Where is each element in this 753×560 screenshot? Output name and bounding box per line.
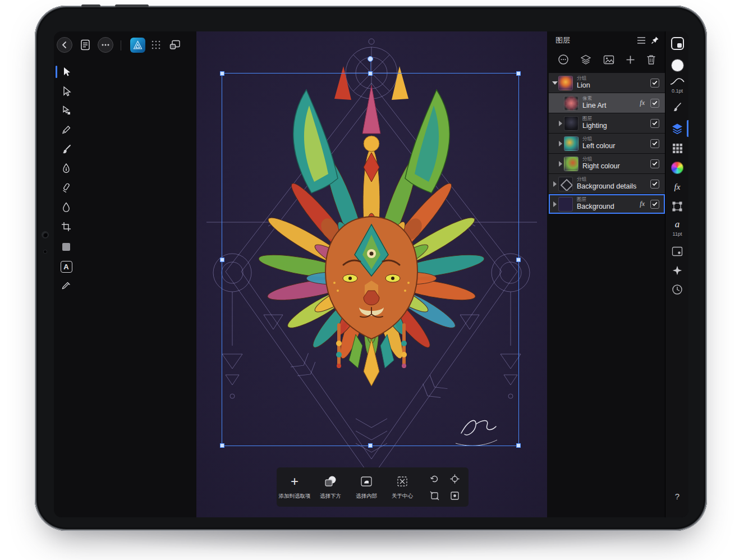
selection-handle[interactable]: [516, 71, 521, 76]
toolbar-divider: [121, 40, 121, 51]
insertion-target-button[interactable]: [445, 488, 464, 503]
help-button[interactable]: ?: [665, 490, 688, 502]
droplet-icon: [61, 201, 72, 213]
text-tool-icon: A: [61, 261, 72, 273]
about-center-label: 关于中心: [392, 493, 413, 500]
brush-tool[interactable]: [59, 143, 73, 156]
layer-row-left-colour[interactable]: 分组 Left colour: [549, 134, 665, 153]
paintbrush-icon: [61, 144, 72, 155]
pin-icon: [651, 36, 659, 44]
layer-row-background[interactable]: 图层 Background fx: [549, 194, 665, 214]
fx-badge: fx: [640, 200, 647, 208]
document-icon: [80, 39, 90, 51]
layer-thumbnail: [564, 96, 578, 111]
rotation-handle[interactable]: [368, 56, 373, 62]
about-center-button[interactable]: 关于中心: [384, 467, 420, 507]
history-studio-button[interactable]: [665, 283, 688, 296]
layer-row-line-art[interactable]: 像素 Line Art fx: [549, 93, 665, 113]
selection-box[interactable]: [222, 73, 519, 446]
layer-type-label: 分组: [582, 136, 615, 142]
fill-tool[interactable]: [59, 200, 73, 214]
navigator-studio-button[interactable]: [665, 245, 688, 258]
visibility-checkbox[interactable]: [650, 159, 659, 168]
stroke-studio-button[interactable]: [665, 76, 688, 86]
image-icon: [603, 55, 614, 65]
delete-layer-button[interactable]: [646, 54, 656, 67]
pencil-tool[interactable]: [59, 123, 73, 136]
persona-button[interactable]: [168, 38, 182, 52]
point-transform-tool[interactable]: [59, 104, 73, 117]
studio-corner-button[interactable]: [665, 36, 688, 51]
transform-studio-button[interactable]: [665, 200, 688, 213]
colour-swatch-button[interactable]: [665, 58, 688, 72]
shape-tool[interactable]: [59, 240, 73, 254]
brushes-studio-button[interactable]: [665, 101, 688, 114]
back-button[interactable]: [57, 37, 72, 53]
layer-row-lighting[interactable]: 图层 Lighting: [549, 113, 665, 133]
selection-handle[interactable]: [368, 71, 373, 76]
move-cursor-icon: [61, 66, 72, 77]
layer-type-label: 图层: [582, 116, 607, 122]
text-tool[interactable]: A: [59, 260, 73, 273]
crop-tool[interactable]: [59, 220, 73, 233]
transform-origin-button[interactable]: [445, 471, 464, 486]
selection-handle[interactable]: [516, 443, 521, 448]
select-inside-button[interactable]: 选择内部: [348, 467, 384, 507]
layer-thumbnail: [558, 177, 573, 191]
more-button[interactable]: [98, 37, 113, 53]
visibility-checkbox[interactable]: [650, 119, 659, 128]
marker-icon: [61, 182, 72, 194]
expand-arrow-icon[interactable]: [552, 201, 558, 207]
move-tool[interactable]: [59, 65, 73, 79]
adjustments-studio-button[interactable]: [665, 264, 688, 277]
bounding-box-button[interactable]: [425, 488, 444, 503]
document-canvas[interactable]: [196, 31, 547, 517]
text-studio-button[interactable]: a: [665, 219, 688, 230]
snapping-grid-button[interactable]: [149, 38, 163, 52]
affinity-designer-logo[interactable]: [130, 38, 145, 53]
rotate-selection-button[interactable]: [425, 471, 444, 486]
visibility-checkbox[interactable]: [650, 139, 659, 148]
layers-studio-button[interactable]: [665, 121, 688, 136]
selection-handle[interactable]: [220, 71, 224, 76]
expand-arrow-icon[interactable]: [557, 161, 564, 167]
collapse-arrow-icon[interactable]: [552, 81, 558, 85]
pin-panel-button[interactable]: [650, 35, 660, 45]
visibility-checkbox[interactable]: [650, 79, 659, 88]
visibility-checkbox[interactable]: [650, 99, 659, 108]
add-to-selection-button[interactable]: + 添加到选取项: [277, 467, 313, 507]
layer-options-button[interactable]: [636, 35, 646, 45]
power-button: [81, 4, 100, 7]
swatches-studio-button[interactable]: [665, 141, 688, 155]
group-layers-button[interactable]: [580, 54, 591, 67]
volume-buttons: [115, 4, 149, 7]
add-layer-button[interactable]: [626, 55, 635, 67]
colour-studio-button[interactable]: [665, 161, 688, 175]
expand-arrow-icon[interactable]: [557, 121, 564, 126]
insert-media-button[interactable]: [603, 55, 614, 67]
color-picker-tool[interactable]: [59, 279, 73, 293]
blend-options-button[interactable]: [558, 54, 569, 67]
node-cursor-icon: [61, 86, 72, 97]
layer-row-background-details[interactable]: 分组 Background details: [549, 174, 665, 194]
vector-brush-tool[interactable]: [59, 181, 73, 195]
layer-row-right-colour[interactable]: 分组 Right colour: [549, 154, 665, 173]
selection-handle[interactable]: [368, 443, 373, 448]
visibility-checkbox[interactable]: [650, 200, 659, 209]
selection-handle[interactable]: [516, 258, 521, 262]
pen-tool[interactable]: [59, 162, 73, 175]
check-icon: [652, 141, 658, 146]
rotate-icon: [429, 474, 440, 484]
pencil-icon: [61, 124, 72, 135]
node-tool[interactable]: [59, 85, 73, 98]
selection-handle[interactable]: [220, 258, 224, 262]
effects-studio-button[interactable]: fx: [665, 181, 688, 193]
layer-row-lion[interactable]: 分组 Lion: [549, 73, 665, 93]
selection-handle[interactable]: [220, 443, 224, 448]
select-below-button[interactable]: 选择下方: [313, 467, 348, 507]
layers-panel: 图层: [549, 31, 665, 517]
expand-arrow-icon[interactable]: [557, 141, 564, 146]
expand-arrow-icon[interactable]: [552, 181, 558, 187]
visibility-checkbox[interactable]: [650, 180, 659, 189]
document-button[interactable]: [79, 38, 92, 52]
